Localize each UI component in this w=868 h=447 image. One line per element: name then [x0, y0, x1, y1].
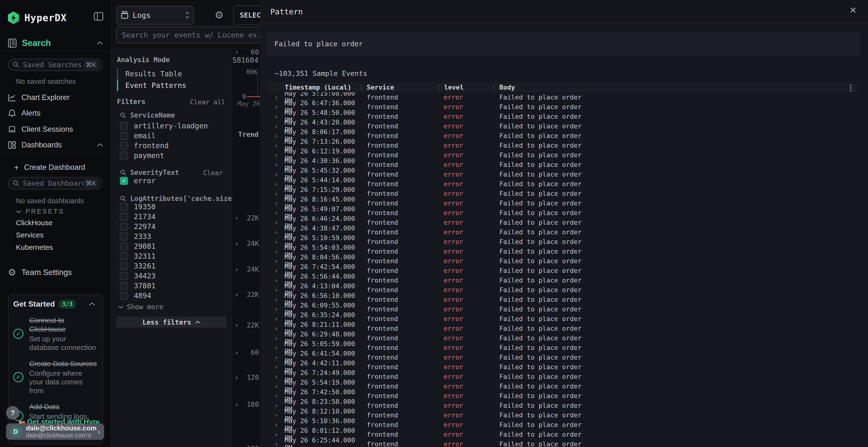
expand-row-chevron-icon[interactable]: › [274, 296, 284, 303]
expand-row-chevron-icon[interactable]: › [274, 151, 284, 159]
presets-header[interactable]: PRESETS [16, 208, 64, 215]
checkbox[interactable] [120, 242, 128, 250]
expand-row-chevron-icon[interactable]: › [274, 113, 284, 120]
checkbox[interactable] [120, 232, 128, 241]
checkbox[interactable] [120, 282, 128, 290]
filter-option-error[interactable]: ✓ error [111, 176, 232, 186]
saved-searches-input[interactable]: Saved Searches ⌘K [8, 59, 102, 71]
filter-option[interactable]: 4894 [111, 291, 232, 301]
expand-row-chevron-icon[interactable]: › [274, 257, 284, 265]
expand-row-chevron-icon[interactable]: › [274, 334, 284, 342]
get-started-item[interactable]: ✓ Connect to ClickHouse Set up your data… [13, 316, 98, 352]
expand-row-chevron-icon[interactable]: › [274, 209, 284, 216]
sidebar-item-dashboards[interactable]: Dashboards [0, 139, 111, 151]
servicename-group-header[interactable]: ServiceName [120, 111, 175, 119]
checkbox[interactable] [120, 151, 128, 160]
pattern-row[interactable]: › 24K [232, 265, 260, 273]
cache-size-group-header[interactable]: LogAttributes['cache.size'] [120, 195, 240, 203]
mode-event-patterns[interactable]: Event Patterns [117, 79, 186, 91]
expand-row-chevron-icon[interactable]: › [274, 382, 284, 390]
filter-option[interactable]: 19350 [111, 202, 232, 212]
select-button[interactable]: SELECT [234, 6, 260, 25]
pattern-row[interactable]: › 22K [232, 214, 260, 222]
filter-option[interactable]: 2333 [111, 232, 232, 241]
pattern-row[interactable]: › 60 [232, 48, 260, 56]
expand-row-chevron-icon[interactable]: › [274, 402, 284, 409]
expand-row-chevron-icon[interactable]: › [274, 122, 284, 130]
expand-row-chevron-icon[interactable]: › [274, 267, 284, 274]
user-menu[interactable]: D dale@clickhouse.com dale@clickhouse.co… [6, 423, 104, 440]
filter-option[interactable]: payment [111, 150, 232, 161]
filter-option[interactable]: 29081 [111, 241, 232, 251]
expand-row-chevron-icon[interactable]: › [274, 286, 284, 294]
get-started-item[interactable]: ✓ Create Data Sources Configure where yo… [13, 359, 98, 395]
expand-row-chevron-icon[interactable]: › [274, 180, 284, 187]
expand-row-chevron-icon[interactable]: › [274, 132, 284, 139]
chevron-up-icon[interactable] [89, 303, 95, 306]
expand-row-chevron-icon[interactable]: › [274, 142, 284, 149]
expand-row-chevron-icon[interactable]: › [274, 103, 284, 110]
expand-row-chevron-icon[interactable]: › [274, 199, 284, 207]
checkbox[interactable] [120, 272, 128, 280]
expand-row-chevron-icon[interactable]: › [274, 325, 284, 332]
filter-option[interactable]: 22974 [111, 221, 232, 232]
checkbox[interactable] [120, 122, 128, 130]
expand-row-chevron-icon[interactable]: › [274, 171, 284, 178]
expand-row-chevron-icon[interactable]: › [274, 190, 284, 197]
checkbox[interactable] [120, 203, 128, 211]
create-dashboard-button[interactable]: + Create Dashboard [0, 162, 111, 173]
filter-option[interactable]: 32311 [111, 251, 232, 261]
pattern-row[interactable]: › 60 [232, 348, 260, 356]
help-button[interactable]: ? [6, 406, 20, 419]
preset-link[interactable]: Kubernetes [16, 243, 53, 251]
checkbox[interactable] [120, 262, 128, 270]
source-select[interactable]: Logs [116, 6, 194, 25]
search-section-header[interactable]: Search [8, 38, 103, 48]
expand-row-chevron-icon[interactable]: › [274, 353, 284, 361]
expand-row-chevron-icon[interactable]: › [274, 305, 284, 313]
checkbox[interactable] [120, 222, 128, 231]
expand-row-chevron-icon[interactable]: › [274, 344, 284, 351]
checkbox[interactable] [120, 213, 128, 221]
expand-row-chevron-icon[interactable]: › [274, 238, 284, 245]
expand-row-chevron-icon[interactable]: › [274, 392, 284, 400]
less-filters-button[interactable]: Less filters [116, 317, 227, 328]
checkbox[interactable] [120, 142, 128, 150]
expand-row-chevron-icon[interactable]: › [274, 228, 284, 236]
expand-row-chevron-icon[interactable]: › [274, 315, 284, 322]
saved-dashboards-input[interactable]: Saved Dashboards ⌘K [8, 177, 102, 190]
sidebar-item-chart-explorer[interactable]: Chart Explorer [0, 92, 111, 103]
severitytext-group-header[interactable]: SeverityText [120, 169, 179, 176]
close-icon[interactable]: × [850, 4, 857, 16]
clear-all-link[interactable]: Clear all [190, 98, 225, 106]
sidebar-item-alerts[interactable]: Alerts [0, 107, 111, 119]
expand-row-chevron-icon[interactable]: › [274, 421, 284, 428]
table-row[interactable]: › May 26 6:25:44.000 PM frontend error F… [268, 439, 857, 447]
pattern-row[interactable]: › 120 [232, 445, 260, 447]
filter-option[interactable]: 33261 [111, 261, 232, 271]
filter-option[interactable]: 21734 [111, 212, 232, 221]
expand-row-chevron-icon[interactable]: › [274, 363, 284, 371]
preset-link[interactable]: Services [16, 231, 53, 239]
pattern-row[interactable]: › 120 [232, 374, 260, 381]
expand-row-chevron-icon[interactable]: › [274, 431, 284, 438]
sidebar-item-team-settings[interactable]: ⚙ Team Settings [0, 267, 111, 278]
checkbox-checked[interactable]: ✓ [120, 177, 128, 185]
checkbox[interactable] [120, 291, 128, 300]
column-resize-handle[interactable] [439, 84, 439, 91]
chevron-up-icon[interactable] [97, 143, 103, 147]
column-resize-handle[interactable] [494, 84, 494, 91]
chevron-up-icon[interactable] [97, 41, 103, 45]
collapse-sidebar-icon[interactable] [94, 12, 103, 21]
pattern-row[interactable]: › 180 [232, 401, 260, 409]
checkbox[interactable] [120, 252, 128, 260]
column-resize-handle[interactable] [361, 84, 362, 91]
expand-row-chevron-icon[interactable]: › [274, 411, 284, 419]
filter-option[interactable]: email [111, 131, 232, 141]
expand-row-chevron-icon[interactable]: › [274, 94, 284, 101]
mode-results-table[interactable]: Results Table [117, 68, 182, 79]
filter-option[interactable]: 34423 [111, 271, 232, 281]
pattern-row[interactable]: › 24K [232, 240, 260, 248]
expand-row-chevron-icon[interactable]: › [274, 373, 284, 380]
expand-row-chevron-icon[interactable]: › [274, 161, 284, 168]
